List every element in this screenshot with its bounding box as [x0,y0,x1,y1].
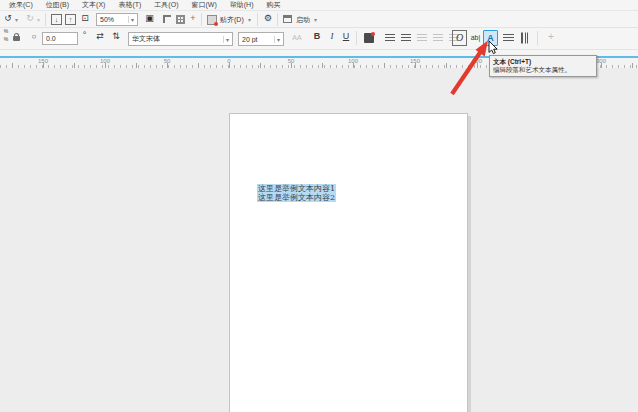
font-size-steps-icon: AA [290,32,304,43]
outline-text-icon[interactable]: O [452,30,467,46]
ruler-label: 150 [38,58,48,64]
ruler-label: 150 [410,58,420,64]
undo-icon[interactable]: ↺ [2,13,14,24]
drawing-canvas[interactable]: 这里是举例文本内容1 这里是举例文本内容2 [0,68,638,412]
propbar-separator [537,31,538,45]
text-line[interactable]: 这里是举例文本内容1 [257,184,336,193]
scale-percent-icon[interactable]: % [2,36,10,42]
artistic-text-object[interactable]: 这里是举例文本内容1 这里是举例文本内容2 [257,184,336,202]
toolbar-separator [45,13,46,26]
document-page[interactable]: 这里是举例文本内容1 这里是举例文本内容2 [229,113,468,412]
menu-text[interactable]: 文本(X) [82,0,105,10]
launch-dropdown-icon[interactable]: ▾ [314,16,317,23]
ruler-label: 100 [348,58,358,64]
scale-percent-icon[interactable]: % [2,28,10,34]
grid-icon[interactable] [176,15,185,24]
text-color-icon[interactable] [364,33,374,43]
zoom-level-value: 50% [100,16,126,23]
toolbar-separator [201,13,202,26]
snap-dropdown-icon[interactable]: ▾ [248,16,251,23]
fullscreen-preview-icon[interactable]: ▣ [143,13,156,24]
degree-icon: ° [81,30,88,41]
show-page-border-icon[interactable] [163,15,171,23]
ruler-label: 50 [288,58,295,64]
toolbar-separator [277,13,278,26]
export-icon[interactable]: ↑ [65,14,76,25]
snap-icon[interactable] [207,15,217,25]
propbar-separator [356,31,357,45]
numbered-list-icon[interactable] [401,34,411,42]
undo-dropdown-icon[interactable]: ▾ [15,16,18,23]
ruler-label: 100 [100,58,110,64]
menu-table[interactable]: 表格(T) [118,0,141,10]
text-line[interactable]: 这里是举例文本内容2 [257,193,336,202]
add-button[interactable]: + [546,31,556,42]
launch-window-icon[interactable] [283,15,292,23]
font-size-combobox[interactable]: 20 pt ▾ [238,32,284,46]
import-icon[interactable]: ↓ [51,14,62,25]
menu-buy[interactable]: 购买 [266,0,280,10]
redo-icon[interactable]: ↻ [24,13,36,24]
redo-dropdown-icon[interactable]: ▾ [37,16,40,23]
snap-to-label[interactable]: 贴齐(D) [220,14,246,25]
ruler-label: 200 [472,58,482,64]
drop-cap-icon [417,34,427,42]
indent-icon [433,34,443,42]
ruler-label: 50 [164,58,171,64]
font-size-dropdown-icon[interactable]: ▾ [274,36,280,43]
font-list-combobox[interactable]: 华文宋体 ▾ [128,32,233,46]
tooltip: 文本 (Ctrl+T) 编辑段落和艺术文本属性。 [489,55,597,77]
lock-ratio-icon[interactable] [13,36,20,41]
ruler-label: 300 [596,58,606,64]
guidelines-icon[interactable]: + [188,13,198,24]
menu-bitmaps[interactable]: 位图(B) [46,0,69,10]
menu-window[interactable]: 窗口(W) [191,0,216,10]
launch-label[interactable]: 启动 [296,14,314,25]
ruler-label: 0 [227,58,230,64]
bold-button[interactable]: B [312,31,322,42]
font-dropdown-icon[interactable]: ▾ [223,36,229,43]
options-gear-icon[interactable]: ⚙ [262,13,274,24]
menu-bar: 效果(C) 位图(B) 文本(X) 表格(T) 工具(O) 窗口(W) 帮助(H… [0,0,638,11]
underline-button[interactable]: U [341,31,351,42]
toolbar-separator [257,13,258,26]
text-properties-button[interactable]: A [483,30,498,46]
tooltip-title: 文本 (Ctrl+T) [493,58,593,66]
mirror-horizontal-icon[interactable]: ⇄ [94,31,106,42]
mirror-vertical-icon[interactable]: ⇅ [110,31,122,42]
standard-toolbar: ↺ ▾ ↻ ▾ ↓ ↑ ⊡ 50% ▾ ▣ + 贴齐(D) ▾ ⚙ 启动 ▾ [0,11,638,28]
font-name-value: 华文宋体 [132,34,221,44]
menu-help[interactable]: 帮助(H) [230,0,254,10]
menu-effects[interactable]: 效果(C) [9,0,33,10]
zoom-level-combobox[interactable]: 50% ▾ [96,13,138,26]
property-bar: % % ○ ° ⇄ ⇅ 华文宋体 ▾ 20 pt ▾ AA B I U O ab… [0,28,638,50]
font-size-value: 20 pt [242,36,272,43]
bullet-list-icon[interactable] [385,34,395,42]
italic-button[interactable]: I [327,31,337,42]
rotation-angle-input[interactable] [42,32,78,45]
zoom-dropdown-icon[interactable]: ▾ [128,16,134,23]
tooltip-description: 编辑段落和艺术文本属性。 [493,66,593,74]
text-alignment-icon[interactable] [503,34,514,42]
edit-text-icon[interactable]: ab| [469,32,482,43]
zoom-level-icon[interactable]: ⊡ [79,13,91,24]
vertical-text-icon[interactable] [521,33,529,44]
rotation-icon: ○ [29,31,39,42]
menu-tools[interactable]: 工具(O) [154,0,178,10]
